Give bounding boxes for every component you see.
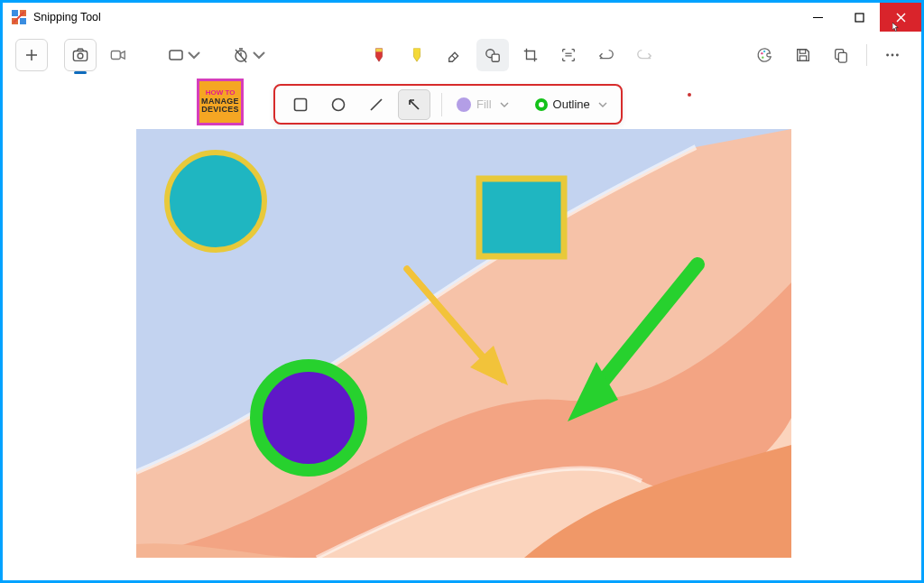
- main-toolbar: [3, 32, 921, 79]
- outline-swatch-icon: [535, 98, 548, 111]
- undo-icon: [598, 47, 614, 63]
- text-scan-icon: [560, 47, 577, 63]
- screenshot-mode-button[interactable]: [64, 39, 97, 71]
- svg-point-34: [892, 54, 894, 57]
- svg-rect-42: [479, 179, 564, 256]
- redo-button[interactable]: [628, 39, 661, 71]
- more-icon: [884, 47, 901, 63]
- canvas-area: HOW TO MANAGE DEVICES Fill: [3, 79, 921, 580]
- maximize-button[interactable]: [838, 3, 880, 32]
- line-icon: [368, 97, 384, 113]
- svg-point-41: [167, 153, 264, 250]
- shape-circle-button[interactable]: [322, 89, 355, 120]
- svg-rect-6: [855, 14, 864, 22]
- shapes-icon: [485, 47, 501, 63]
- svg-rect-11: [73, 51, 87, 61]
- eraser-icon: [447, 47, 463, 63]
- plus-icon: [23, 47, 40, 63]
- save-icon: [795, 47, 811, 63]
- svg-point-33: [886, 54, 889, 57]
- svg-rect-0: [12, 10, 18, 16]
- shape-rectangle-button[interactable]: [284, 89, 317, 120]
- svg-point-37: [333, 98, 345, 110]
- video-icon: [110, 47, 126, 63]
- chevron-down-icon: [186, 47, 202, 63]
- red-marker-button[interactable]: [363, 39, 395, 71]
- svg-line-38: [371, 99, 382, 110]
- svg-rect-23: [492, 54, 499, 61]
- svg-rect-3: [20, 18, 26, 24]
- window-title: Snipping Tool: [33, 11, 101, 23]
- copy-button[interactable]: [825, 39, 857, 71]
- shapes-button[interactable]: [476, 39, 509, 71]
- svg-line-21: [451, 55, 455, 59]
- new-snip-button[interactable]: [15, 39, 48, 71]
- rectangle-mode-icon: [168, 47, 184, 63]
- svg-line-39: [410, 100, 419, 109]
- svg-rect-32: [838, 52, 846, 62]
- video-mode-button[interactable]: [102, 39, 134, 71]
- svg-point-43: [256, 366, 361, 470]
- snip-image[interactable]: [136, 129, 791, 558]
- svg-point-35: [896, 54, 899, 57]
- fill-label: Fill: [476, 97, 492, 111]
- shape-arrow-button[interactable]: [398, 89, 430, 120]
- title-bar: Snipping Tool: [3, 3, 921, 32]
- fill-color-dropdown[interactable]: Fill: [453, 97, 513, 112]
- outline-label: Outline: [553, 97, 590, 111]
- eraser-button[interactable]: [439, 39, 471, 71]
- camera-icon: [72, 47, 88, 63]
- delay-dropdown[interactable]: [226, 39, 273, 71]
- svg-rect-19: [375, 49, 382, 52]
- chevron-down-icon: [251, 47, 267, 63]
- outline-color-dropdown[interactable]: Outline: [531, 97, 612, 111]
- chevron-down-icon: [597, 99, 608, 110]
- crop-button[interactable]: [514, 39, 547, 71]
- save-button[interactable]: [787, 39, 819, 71]
- svg-point-12: [78, 53, 83, 59]
- red-marker-icon: [371, 47, 387, 63]
- rectangle-icon: [292, 97, 309, 113]
- circle-icon: [330, 97, 346, 113]
- chevron-down-icon: [499, 99, 510, 110]
- yellow-highlighter-icon: [409, 47, 425, 63]
- arrow-icon: [406, 97, 422, 113]
- yellow-highlighter-button[interactable]: [401, 39, 433, 71]
- more-button[interactable]: [876, 39, 909, 71]
- palette-icon: [757, 47, 773, 63]
- howto-badge: HOW TO MANAGE DEVICES: [197, 79, 244, 125]
- fill-swatch-icon: [457, 97, 471, 112]
- redo-icon: [636, 47, 652, 63]
- app-logo-icon: [12, 10, 26, 24]
- timer-off-icon: [233, 47, 249, 63]
- shape-line-button[interactable]: [360, 89, 393, 120]
- svg-rect-36: [295, 98, 307, 110]
- svg-rect-14: [170, 51, 182, 60]
- badge-line3: DEVICES: [201, 106, 239, 114]
- shape-toolbar: Fill Outline: [273, 84, 623, 125]
- svg-rect-20: [413, 49, 420, 52]
- undo-button[interactable]: [590, 39, 623, 71]
- edit-paint-button[interactable]: [749, 39, 781, 71]
- svg-point-27: [763, 51, 765, 52]
- svg-rect-13: [111, 51, 120, 60]
- copy-icon: [833, 47, 849, 63]
- svg-point-28: [762, 57, 763, 59]
- svg-rect-30: [799, 56, 806, 60]
- svg-point-26: [761, 52, 762, 54]
- close-button[interactable]: [880, 3, 921, 32]
- crop-icon: [522, 47, 539, 63]
- text-actions-button[interactable]: [552, 39, 585, 71]
- stray-dot: [688, 93, 691, 97]
- snip-shape-dropdown[interactable]: [162, 39, 208, 71]
- minimize-button[interactable]: [797, 3, 838, 32]
